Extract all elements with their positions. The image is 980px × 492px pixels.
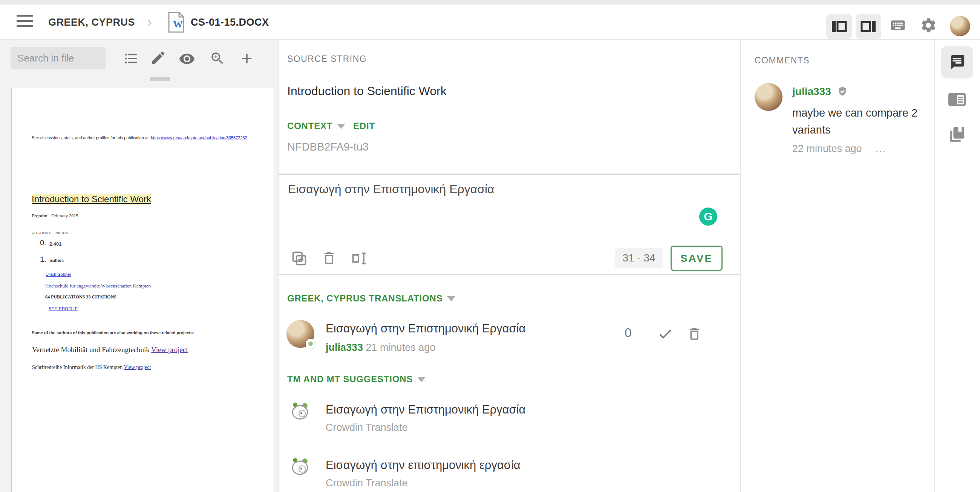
comment-time: 22 minutes ago [792,143,862,154]
source-string-panel: SOURCE STRING Introduction to Scientific… [278,40,740,492]
comment-more-button[interactable]: ... [875,143,886,154]
suggestion-source: Crowdin Translate [326,477,408,489]
source-text: Introduction to Scientific Work [287,84,447,98]
doc-author-stats: 64 PUBLICATIONS 33 CITATIONS [45,294,116,300]
select-text-cursor-icon[interactable] [351,250,368,268]
svg-text:W: W [173,19,183,30]
comments-header: COMMENTS [755,56,810,65]
suggestion-row[interactable]: Εισαγωγή στην επιστημονική εργασία Crowd… [278,452,740,492]
doc-author-link[interactable]: Ulrich Göhner [46,272,71,276]
doc-preprint-date: · February 2015 [49,214,78,218]
search-input[interactable] [11,47,105,69]
doc-affiliation-link[interactable]: Hochschule für angewandte Wissenschaften… [45,283,151,289]
translation-row-text: Εισαγωγή στην Επιστημονική Εργασία [326,322,526,335]
file-preview-panel: See discussions, stats, and author profi… [0,40,278,492]
copy-source-icon[interactable] [291,250,307,268]
terminology-tab-icon[interactable] [948,126,966,145]
verified-shield-icon [837,86,848,99]
editor-top-divider [278,174,740,175]
hamburger-menu-icon[interactable] [17,15,33,29]
context-label: CONTEXT [287,121,332,131]
layout-right-icon [860,18,877,35]
doc-project1-link[interactable]: View project [151,346,188,353]
chevron-down-icon [447,296,455,302]
translation-input[interactable]: Εισαγωγή στην Επιστημονική Εργασία [288,182,703,196]
doc-preprint-label: Preprint [32,214,48,218]
doc-related-intro: Some of the authors of this publication … [32,331,194,335]
doc-see-profile-link[interactable]: SEE PROFILE [49,307,78,311]
comment-text: maybe we can compare 2 variants [792,104,920,139]
comments-panel: COMMENTS julia333 maybe we can compare 2… [741,40,934,492]
suggestions-section-header[interactable]: TM AND MT SUGGESTIONS [287,374,426,385]
suggestions-header-label: TM AND MT SUGGESTIONS [287,374,413,384]
vote-count: 0 [625,325,632,340]
strings-list-icon[interactable] [123,51,139,66]
document-preview-page: See discussions, stats, and author profi… [11,88,274,492]
context-dropdown[interactable]: CONTEXT [287,121,345,131]
save-button[interactable]: SAVE [671,246,722,271]
chevron-right-icon: › [147,14,152,29]
approve-check-icon[interactable] [657,326,673,343]
suggestion-source: Crowdin Translate [326,422,408,433]
doc-author-label: author: [50,258,64,263]
delete-translation-trash-icon[interactable] [686,326,702,343]
char-counter: 31 · 34 [615,248,663,268]
top-bar: GREEK, CYPRUS › W CS-01-15.DOCX [0,5,980,39]
comment-author[interactable]: julia333 [792,86,831,97]
edit-context-button[interactable]: EDIT [353,121,375,131]
translations-section-header[interactable]: GREEK, CYPRUS TRANSLATIONS [287,293,455,304]
context-value: NFDBB2FA9-tu3 [287,141,369,153]
doc-title-highlighted[interactable]: Introduction to Scientific Work [32,194,151,204]
add-string-plus-icon[interactable] [239,51,255,66]
zoom-in-icon[interactable] [210,51,225,66]
chevron-down-icon [337,124,345,129]
grammarly-icon[interactable]: G [699,208,717,225]
translation-row[interactable]: Εισαγωγή στην Επιστημονική Εργασία julia… [278,317,740,358]
doc-project1-title: Vernetzte Mobilität und Fahrzeugtechnik [32,346,150,353]
suggestion-text: Εισαγωγή στην επιστημονική εργασία [326,458,520,472]
user-avatar[interactable] [950,16,970,36]
translator-badge [306,339,315,348]
active-tool-underline [150,77,170,81]
word-file-icon: W [167,11,185,35]
right-toolbar [935,40,980,492]
settings-gear-icon[interactable] [920,17,937,35]
preview-eye-icon[interactable] [179,51,194,66]
suggestion-row[interactable]: Εισαγωγή στην Επιστημονική Εργασία Crowd… [278,396,740,441]
toolbar-bottom-divider [278,274,740,275]
doc-list-num-1: 1. [40,255,46,264]
layout-left-icon [831,18,847,35]
layout-left-panel-button[interactable] [826,14,852,39]
crowdin-translate-panda-icon [290,400,310,423]
translations-header-label: GREEK, CYPRUS TRANSLATIONS [287,293,442,304]
doc-see-line: See discussions, stats, and author profi… [32,136,150,140]
suggestion-text: Εισαγωγή στην Επιστημονική Εργασία [326,403,526,417]
layout-right-panel-button[interactable] [856,14,881,39]
doc-reads-value: 2,401 [49,241,62,247]
translation-author[interactable]: julia333 [326,342,363,353]
comment-item: julia333 maybe we can compare 2 variants… [741,82,934,195]
translation-time: 21 minutes ago [366,342,436,353]
context-info-tab-icon[interactable] [948,91,966,110]
doc-publication-link[interactable]: https://www.researchgate.net/publication… [151,136,247,140]
doc-project2-link[interactable]: View project [124,364,151,370]
comments-tab-icon[interactable] [948,54,966,72]
breadcrumb[interactable]: GREEK, CYPRUS [48,17,135,28]
clear-translation-trash-icon[interactable] [321,250,337,267]
file-name[interactable]: CS-01-15.DOCX [191,17,269,28]
doc-reads-label: READS [56,231,68,235]
crowdin-translate-panda-icon [290,455,310,478]
chevron-down-icon [417,377,426,382]
source-string-header: SOURCE STRING [287,54,367,64]
window-top-strip [0,0,980,5]
doc-list-num-0: 0. [40,238,46,247]
keyboard-shortcuts-icon[interactable] [888,17,908,35]
doc-citations-label: CITATIONS [32,231,51,235]
comment-author-avatar[interactable] [755,83,783,111]
translate-mode-pencil-icon[interactable] [150,50,166,65]
doc-project2-title: Schriftenreihe Informatik der HS Kempten [32,364,123,370]
